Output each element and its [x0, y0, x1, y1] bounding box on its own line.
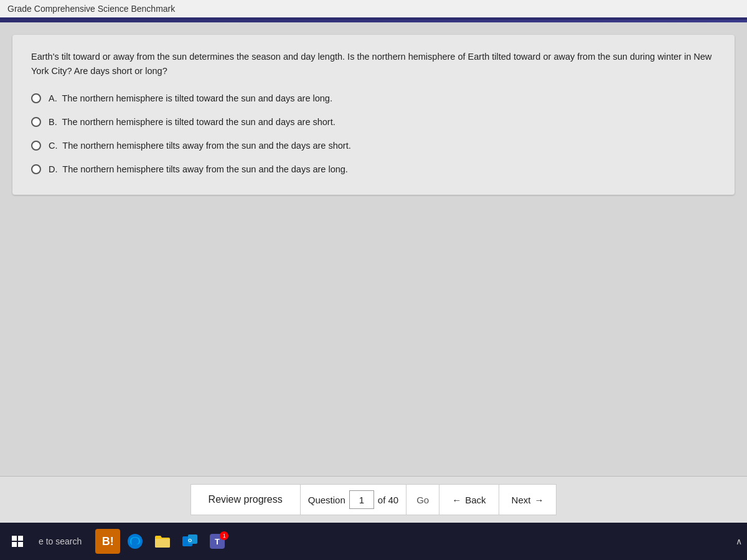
chevron-up-icon[interactable]: ∧	[736, 536, 742, 546]
next-button[interactable]: Next →	[499, 484, 557, 515]
content-wrapper: Earth's tilt toward or away from the sun…	[0, 22, 747, 523]
page-title: Grade Comprehensive Science Benchmark	[7, 4, 175, 14]
svg-point-4	[128, 534, 143, 549]
question-nav: Question of 40	[301, 484, 406, 515]
radio-d[interactable]	[31, 164, 41, 174]
answer-options: A. The northern hemisphere is tilted tow…	[31, 92, 716, 176]
svg-rect-1	[18, 536, 23, 541]
answer-label-b: B. The northern hemisphere is tilted tow…	[49, 116, 336, 129]
radio-b[interactable]	[31, 117, 41, 127]
question-card: Earth's tilt toward or away from the sun…	[12, 35, 735, 195]
svg-rect-2	[12, 542, 17, 547]
search-text: e to search	[39, 536, 82, 546]
question-number-input[interactable]	[349, 490, 374, 509]
next-label: Next	[512, 495, 531, 505]
radio-c[interactable]	[31, 141, 41, 151]
answer-option-b[interactable]: B. The northern hemisphere is tilted tow…	[31, 116, 716, 129]
bottom-nav: Review progress Question of 40 Go ← Back…	[0, 476, 747, 523]
taskbar-icon-file-explorer[interactable]: B!	[95, 529, 120, 554]
taskbar-icon-edge[interactable]	[123, 529, 148, 554]
review-progress-button[interactable]: Review progress	[190, 484, 301, 515]
svg-rect-0	[12, 536, 17, 541]
question-total: of 40	[378, 495, 398, 505]
windows-start-button[interactable]	[5, 529, 30, 554]
taskbar-search[interactable]: e to search	[32, 536, 88, 546]
taskbar-right: ∧	[736, 536, 742, 546]
back-label: Back	[465, 495, 486, 505]
svg-text:O: O	[188, 538, 192, 543]
teams-badge: 1	[220, 531, 228, 540]
taskbar-icon-outlook[interactable]: O	[177, 529, 202, 554]
back-button[interactable]: ← Back	[439, 484, 499, 515]
main-content: Earth's tilt toward or away from the sun…	[0, 22, 747, 473]
question-text: Earth's tilt toward or away from the sun…	[31, 50, 716, 78]
back-arrow-icon: ←	[452, 495, 461, 505]
go-button[interactable]: Go	[406, 484, 439, 515]
taskbar-icon-folder[interactable]	[150, 529, 175, 554]
question-label: Question	[308, 495, 345, 505]
header-bar: Grade Comprehensive Science Benchmark	[0, 0, 747, 20]
answer-label-c: C. The northern hemisphere tilts away fr…	[49, 139, 351, 153]
answer-option-d[interactable]: D. The northern hemisphere tilts away fr…	[31, 163, 716, 177]
next-arrow-icon: →	[534, 495, 543, 505]
taskbar: e to search B! O T 1 ∧	[0, 523, 747, 560]
answer-label-d: D. The northern hemisphere tilts away fr…	[49, 163, 348, 177]
answer-option-c[interactable]: C. The northern hemisphere tilts away fr…	[31, 139, 716, 153]
answer-label-a: A. The northern hemisphere is tilted tow…	[49, 92, 332, 106]
svg-rect-3	[18, 542, 23, 547]
answer-option-a[interactable]: A. The northern hemisphere is tilted tow…	[31, 92, 716, 106]
svg-text:T: T	[215, 537, 220, 546]
radio-a[interactable]	[31, 93, 41, 103]
taskbar-icon-teams[interactable]: T 1	[205, 529, 230, 554]
